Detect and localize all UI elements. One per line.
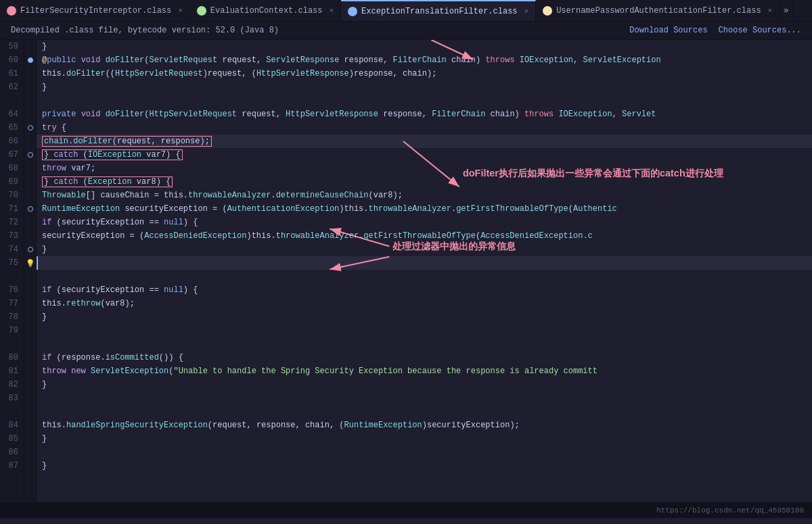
tab-label-1: FilterSecurityInterceptor.class	[20, 6, 171, 16]
tab-exception-translation[interactable]: ExceptionTranslationFilter.class ×	[341, 0, 536, 21]
line-87: }	[37, 459, 812, 473]
breakpoint-60[interactable]	[28, 57, 33, 63]
tab-close-2[interactable]: ×	[330, 7, 334, 15]
line-77: this.rethrow(var8);	[37, 297, 812, 310]
line-74: }	[37, 243, 812, 256]
line-61: this.doFilter((HttpServletRequest)reques…	[37, 67, 812, 80]
tab-icon-1	[7, 6, 16, 16]
tab-username-password[interactable]: UsernamePasswordAuthenticationFilter.cla…	[536, 0, 780, 21]
line-86	[37, 446, 812, 459]
line-71: RuntimeException securityException = (Au…	[37, 202, 812, 216]
bulb-icon-74[interactable]: 💡	[26, 259, 35, 268]
line-59: }	[37, 40, 812, 53]
tab-overflow[interactable]: »	[780, 0, 793, 21]
tab-close-3[interactable]: ×	[524, 7, 529, 16]
line-81: throw new ServletException("Unable to ha…	[37, 364, 812, 378]
tab-label-2: EvaluationContext.class	[210, 6, 323, 16]
tab-filter-security[interactable]: FilterSecurityInterceptor.class ×	[0, 0, 190, 21]
tab-icon-4	[543, 6, 552, 16]
gutter-dot-71	[28, 206, 33, 212]
tab-icon-2	[197, 6, 206, 16]
line-76: if (securityException == null) {	[37, 283, 812, 297]
line-62: }	[37, 80, 812, 94]
choose-sources-link[interactable]: Choose Sources...	[719, 26, 801, 35]
tab-icon-3	[348, 7, 357, 16]
tab-close-1[interactable]: ×	[178, 7, 183, 15]
gutter-dot-74	[28, 247, 33, 252]
line-numbers: 59 60 61 62 64 65 66 67 68 69 70 71 72 7…	[0, 40, 24, 502]
line-79	[37, 324, 812, 337]
tab-label-4: UsernamePasswordAuthenticationFilter.cla…	[556, 6, 761, 16]
tab-bar: FilterSecurityInterceptor.class × Evalua…	[0, 0, 812, 22]
code-area: 59 60 61 62 64 65 66 67 68 69 70 71 72 7…	[0, 40, 812, 502]
gutter-dot-67	[28, 152, 33, 158]
line-84: this.handleSpringSecurityException(reque…	[37, 419, 812, 432]
gutter: 💡	[24, 40, 37, 502]
line-80: if (response.isCommitted()) {	[37, 351, 812, 364]
status-url: https://blog.csdn.net/qq_45950109	[656, 506, 804, 515]
info-bar-actions: Download Sources Choose Sources...	[629, 26, 801, 35]
line-blank-83b	[37, 405, 812, 419]
line-blank-75b	[37, 270, 812, 283]
gutter-dot-65	[28, 125, 33, 130]
line-68: throw var7;	[37, 162, 812, 175]
line-64: private void doFilter(HttpServletRequest…	[37, 108, 812, 121]
line-blank-63	[37, 94, 812, 108]
line-66: chain.doFilter(request, response);	[37, 135, 812, 148]
line-blank-79b	[37, 337, 812, 351]
line-72: if (securityException == null) {	[37, 216, 812, 229]
line-78: }	[37, 310, 812, 324]
line-85: }	[37, 432, 812, 446]
download-sources-link[interactable]: Download Sources	[629, 26, 707, 35]
line-69: } catch (Exception var8) {	[37, 175, 812, 189]
tab-evaluation-context[interactable]: EvaluationContext.class ×	[190, 0, 341, 21]
tab-label-3: ExceptionTranslationFilter.class	[361, 7, 517, 16]
line-60: @public void doFilter(ServletRequest req…	[37, 53, 812, 67]
tab-close-4[interactable]: ×	[768, 7, 773, 15]
code-lines: } @public void doFilter(ServletRequest r…	[37, 40, 812, 502]
line-83	[37, 391, 812, 405]
info-bar: Decompiled .class file, bytecode version…	[0, 22, 812, 40]
line-65: try {	[37, 121, 812, 135]
line-82: }	[37, 378, 812, 391]
line-67: } catch (IOException var7) {	[37, 148, 812, 162]
line-73: securityException = (AccessDeniedExcepti…	[37, 229, 812, 243]
line-70: Throwable[] causeChain = this.throwableA…	[37, 189, 812, 202]
decompiled-notice: Decompiled .class file, bytecode version…	[11, 26, 279, 35]
status-bar: https://blog.csdn.net/qq_45950109	[0, 502, 812, 518]
line-75	[37, 256, 812, 270]
